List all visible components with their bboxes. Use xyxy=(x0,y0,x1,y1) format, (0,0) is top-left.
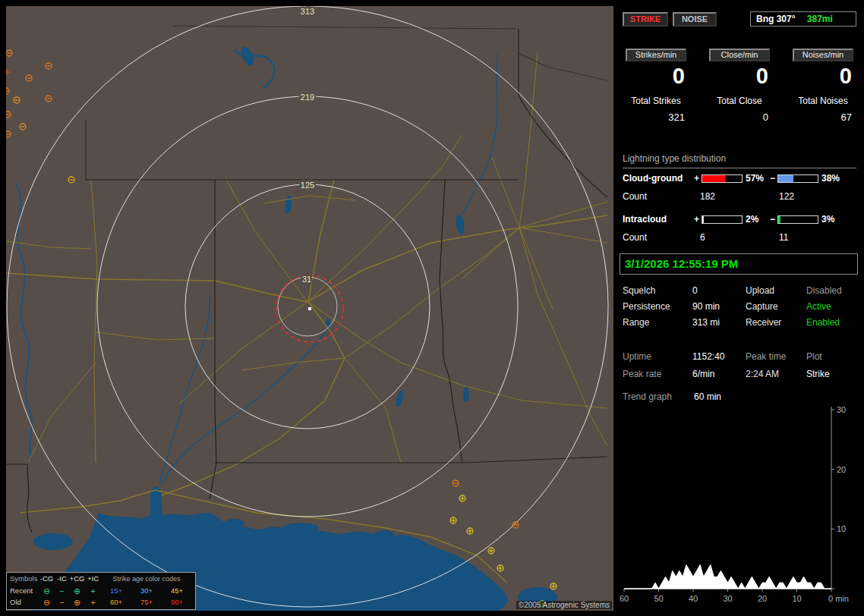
ic-negative-count: 11 xyxy=(779,232,788,243)
trend-x-tick-label: 50 xyxy=(654,594,663,603)
close-per-min-button[interactable]: Close/min xyxy=(709,49,770,61)
pos-ic-recent-icon: + xyxy=(85,586,101,596)
trend-series xyxy=(624,565,831,589)
legend-col-neg-cg: -CG xyxy=(39,574,55,583)
persistence-value: 90 min xyxy=(692,301,720,312)
trend-graph: 3020106050403020100 min xyxy=(620,404,859,608)
bearing-range-value: 387mi xyxy=(807,14,833,24)
intracloud-label: Intracloud xyxy=(623,214,667,225)
range-label: Range xyxy=(623,317,649,328)
pos-cg-recent-icon: ⊕ xyxy=(69,586,85,596)
cg-negative-bar xyxy=(777,174,818,183)
receiver-value: Enabled xyxy=(806,317,840,328)
distribution-header: Lightning type distribution xyxy=(623,153,856,168)
trend-y-tick-label: 20 xyxy=(837,465,846,474)
bearing-readout: Bng 307° 387mi xyxy=(750,11,856,27)
peak-rate-value: 6/min xyxy=(692,369,714,379)
cg-positive-bar xyxy=(702,174,743,183)
ic-positive-count: 6 xyxy=(700,232,705,243)
copyright-text: ©2005 Astrogenic Systems xyxy=(516,601,612,609)
upload-value: Disabled xyxy=(806,285,842,296)
strikes-per-min-value: 0 xyxy=(620,64,685,89)
ic-negative-bar-fill xyxy=(778,216,780,223)
ring-label-313: 313 xyxy=(301,7,314,16)
stats-row-2: Peak rate 6/min 2:24 AM Strike xyxy=(623,369,858,381)
persistence-label: Persistence xyxy=(623,301,670,312)
legend-age-header: Strike age color codes xyxy=(101,575,192,583)
neg-ic-old-icon: − xyxy=(55,598,69,607)
total-strikes-value: 321 xyxy=(620,112,685,123)
trend-x-tick-label: 40 xyxy=(689,594,698,603)
range-value: 313 mi xyxy=(692,317,720,328)
uptime-value: 1152:40 xyxy=(692,351,725,362)
cg-count-label: Count xyxy=(623,191,647,202)
squelch-value: 0 xyxy=(692,285,698,296)
total-noises-value: 67 xyxy=(787,112,852,123)
legend-age-75: 75+ xyxy=(131,598,162,607)
distribution-row-cloud-ground: Cloud-ground + 57% − 38% xyxy=(623,173,858,185)
trend-x-tick-label: 20 xyxy=(758,594,767,603)
settings-row-2: Persistence 90 min Capture Active xyxy=(623,301,858,313)
pos-cg-old-icon: ⊕ xyxy=(69,598,85,607)
noises-per-min-button[interactable]: Noises/min xyxy=(793,49,853,61)
strikes-per-min-button[interactable]: Strikes/min xyxy=(626,49,686,61)
peak-time-value: 2:24 AM xyxy=(746,369,779,379)
noise-indicator-button[interactable]: NOISE xyxy=(673,12,717,27)
legend-symbols-header: Symbols xyxy=(7,574,39,583)
total-noises-label: Total Noises xyxy=(787,96,859,106)
legend-row-recent: Recent ⊖ − ⊕ + 15+ 30+ 45+ xyxy=(7,585,195,596)
settings-row-1: Squelch 0 Upload Disabled xyxy=(623,285,858,297)
trend-y-tick-label: 30 xyxy=(837,405,846,414)
strike-indicator-button[interactable]: STRIKE xyxy=(623,12,668,27)
legend-age-90: 90+ xyxy=(162,598,192,607)
cg-positive-pct: 57% xyxy=(746,173,764,184)
legend-old-label: Old xyxy=(7,598,39,607)
cg-positive-count: 182 xyxy=(700,191,715,202)
ring-label-219: 219 xyxy=(301,93,314,102)
noises-per-min-value: 0 xyxy=(787,64,852,89)
trend-x-tick-label: 60 xyxy=(620,594,629,603)
ic-positive-bar xyxy=(702,215,743,224)
trend-graph-label: Trend graph xyxy=(623,391,672,402)
ring-label-31: 31 xyxy=(302,275,311,284)
intracloud-count-row: Count 6 11 xyxy=(623,232,858,244)
cloud-ground-label: Cloud-ground xyxy=(623,173,683,184)
legend-recent-label: Recent xyxy=(7,586,39,596)
ic-negative-bar xyxy=(777,215,818,224)
close-per-min-column: Close/min 0 Total Close 0 xyxy=(703,49,776,123)
squelch-label: Squelch xyxy=(623,285,655,296)
legend-age-60: 60+ xyxy=(101,598,131,607)
cg-negative-pct: 38% xyxy=(821,173,840,184)
neg-cg-old-icon: ⊖ xyxy=(39,598,55,607)
uptime-label: Uptime xyxy=(623,351,651,362)
trend-x-tick-label: 0 min xyxy=(828,594,849,603)
neg-ic-recent-icon: − xyxy=(55,586,69,596)
bearing-value: Bng 307° xyxy=(756,14,795,24)
ic-positive-bar-fill xyxy=(702,216,704,223)
total-close-label: Total Close xyxy=(703,96,776,106)
lightning-map[interactable]: 313 219 125 31 Symbols -CG -IC +CG +IC S… xyxy=(6,6,613,611)
legend-age-15: 15+ xyxy=(101,586,131,596)
status-panel: STRIKE NOISE Bng 307° 387mi Strikes/min … xyxy=(620,6,859,611)
total-strikes-label: Total Strikes xyxy=(620,96,692,106)
legend-col-pos-ic: +IC xyxy=(85,574,101,583)
peak-rate-label: Peak rate xyxy=(623,369,661,379)
stats-row-1: Uptime 1152:40 Peak time Plot xyxy=(623,351,858,363)
strikes-per-min-column: Strikes/min 0 Total Strikes 321 xyxy=(620,49,692,123)
upload-label: Upload xyxy=(746,285,774,296)
legend-age-30: 30+ xyxy=(131,586,162,596)
cg-negative-bar-fill xyxy=(778,175,793,182)
datetime-display: 3/1/2026 12:55:19 PM xyxy=(620,253,858,275)
capture-label: Capture xyxy=(746,301,778,312)
trend-y-tick-label: 10 xyxy=(837,524,846,533)
nexstorm-app-window: 313 219 125 31 Symbols -CG -IC +CG +IC S… xyxy=(0,0,864,616)
settings-row-3: Range 313 mi Receiver Enabled xyxy=(623,317,858,329)
peak-time-label: Peak time xyxy=(746,351,786,362)
ring-label-125: 125 xyxy=(301,181,314,190)
cloud-ground-count-row: Count 182 122 xyxy=(623,191,858,203)
ic-negative-pct: 3% xyxy=(821,214,834,225)
legend-col-pos-cg: +CG xyxy=(69,574,85,583)
cg-positive-bar-fill xyxy=(702,175,725,182)
cg-negative-count: 122 xyxy=(779,191,794,202)
legend-row-old: Old ⊖ − ⊕ + 60+ 75+ 90+ xyxy=(7,596,195,608)
